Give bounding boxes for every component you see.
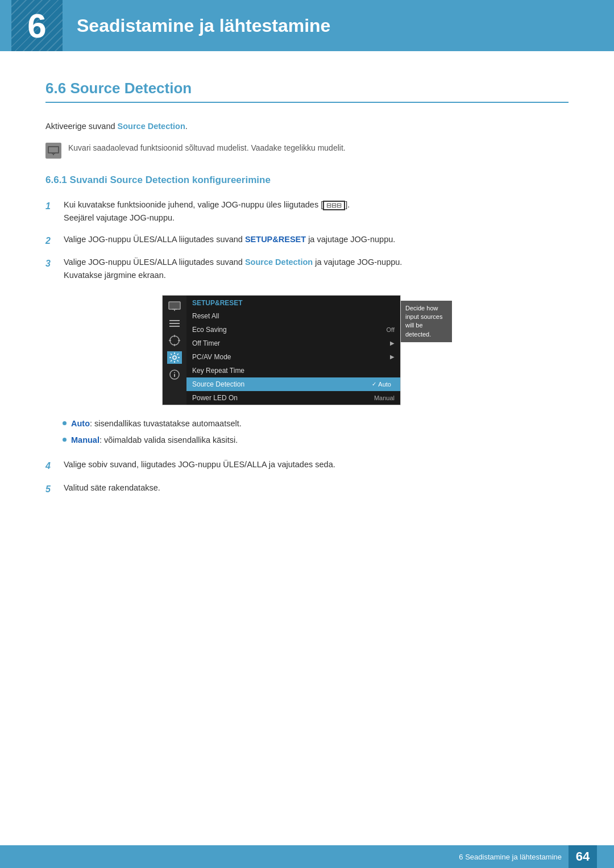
subsection-heading: Suvandi Source Detection konfigureerimin… — [70, 175, 271, 185]
auto-term: Auto — [71, 419, 90, 428]
step-2-number: 2 — [45, 234, 56, 248]
footer-page-number: 64 — [569, 845, 597, 868]
menu-item-key-repeat: Key Repeat Time — [186, 364, 400, 377]
svg-point-16 — [173, 356, 176, 359]
section-heading: Source Detection — [70, 80, 192, 97]
step-1-content: Kui kuvatakse funktsioonide juhend, vali… — [64, 198, 569, 225]
bullet-manual-text: Manual: võimaldab valida sisendallika kä… — [71, 434, 238, 447]
intro-paragraph: Aktiveerige suvand Source Detection. — [45, 120, 569, 133]
menu-item-pcav-mode: PC/AV Mode ▶ — [186, 350, 400, 364]
footer-chapter-ref: 6 Seadistamine ja lähtestamine — [459, 853, 562, 861]
menu-item-reset-all: Reset All — [186, 309, 400, 323]
chapter-number-box: 6 — [11, 0, 63, 51]
screenshot-row: SETUP&RESET Reset All Eco Saving Off Off… — [162, 295, 452, 405]
intro-bold-term: Source Detection — [118, 122, 185, 131]
page-footer: 6 Seadistamine ja lähtestamine 64 — [0, 845, 614, 868]
menu-item-off-timer: Off Timer ▶ — [186, 337, 400, 350]
subsection-number: 6.6.1 — [45, 175, 67, 185]
screenshot-wrapper: SETUP&RESET Reset All Eco Saving Off Off… — [45, 295, 569, 405]
chapter-number: 6 — [27, 6, 46, 45]
menu-item-power-led: Power LED On Manual — [186, 391, 400, 405]
note-box: Kuvari saadaolevad funktsioonid sõltuvad… — [45, 142, 569, 159]
subsection-title: 6.6.1 Suvandi Source Detection konfigure… — [45, 175, 569, 186]
menu-item-source-detection: Source Detection Auto — [186, 377, 400, 391]
svg-rect-1 — [49, 147, 58, 152]
bullet-auto: Auto: sisendallikas tuvastatakse automaa… — [63, 418, 569, 430]
chapter-title: Seadistamine ja lähtestamine — [77, 15, 330, 36]
page-header: 6 Seadistamine ja lähtestamine — [0, 0, 614, 51]
screenshot-menu-header: SETUP&RESET — [186, 296, 400, 309]
intro-text-after: . — [185, 122, 188, 131]
step-5-content: Valitud säte rakendatakse. — [64, 481, 569, 495]
bullet-auto-text: Auto: sisendallikas tuvastatakse automaa… — [71, 418, 242, 430]
main-content: 6.6 Source Detection Aktiveerige suvand … — [0, 51, 614, 553]
bullet-dot-manual — [63, 438, 67, 442]
bullet-dot-auto — [63, 421, 67, 425]
manual-term: Manual — [71, 435, 99, 445]
menu-item-eco-saving: Eco Saving Off — [186, 323, 400, 337]
step-5: 5 Valitud säte rakendatakse. — [45, 481, 569, 497]
jog-icon: ⊟⊟⊟ — [323, 201, 345, 210]
step-2-content: Valige JOG-nuppu ÜLES/ALLA liigutades su… — [64, 233, 569, 246]
auto-tag: Auto — [368, 380, 395, 388]
sidebar-icon-menu — [167, 317, 182, 330]
step-3: 3 Valige JOG-nuppu ÜLES/ALLA liigutades … — [45, 256, 569, 282]
step-1: 1 Kui kuvatakse funktsioonide juhend, va… — [45, 198, 569, 225]
step-1-number: 1 — [45, 199, 56, 214]
intro-text-before: Aktiveerige suvand — [45, 122, 118, 131]
section-number: 6.6 — [45, 80, 66, 97]
screenshot-container: SETUP&RESET Reset All Eco Saving Off Off… — [162, 295, 401, 405]
source-detection-term: Source Detection — [245, 258, 313, 267]
step-4: 4 Valige sobiv suvand, liigutades JOG-nu… — [45, 458, 569, 474]
svg-point-11 — [170, 336, 179, 345]
screenshot-menu-area: SETUP&RESET Reset All Eco Saving Off Off… — [186, 296, 400, 405]
bullet-manual: Manual: võimaldab valida sisendallika kä… — [63, 434, 569, 447]
step-3-number: 3 — [45, 256, 56, 271]
step-3-content: Valige JOG-nuppu ÜLES/ALLA liigutades su… — [64, 256, 569, 282]
note-icon — [45, 143, 61, 159]
section-title: 6.6 Source Detection — [45, 80, 569, 103]
step-4-number: 4 — [45, 459, 56, 474]
step-5-number: 5 — [45, 482, 56, 497]
step-4-content: Valige sobiv suvand, liigutades JOG-nupp… — [64, 458, 569, 471]
sidebar-icon-crosshair — [167, 334, 182, 347]
steps-list-cont: 4 Valige sobiv suvand, liigutades JOG-nu… — [45, 458, 569, 496]
sidebar-icon-monitor — [167, 300, 182, 313]
screenshot-menu-list: Reset All Eco Saving Off Off Timer ▶ — [186, 309, 400, 405]
svg-rect-5 — [169, 302, 180, 309]
note-text: Kuvari saadaolevad funktsioonid sõltuvad… — [68, 142, 346, 154]
screenshot-tooltip: Decide how input sources will be detecte… — [401, 301, 452, 343]
sidebar-icon-info — [167, 368, 182, 381]
step-2: 2 Valige JOG-nuppu ÜLES/ALLA liigutades … — [45, 233, 569, 248]
steps-list: 1 Kui kuvatakse funktsioonide juhend, va… — [45, 198, 569, 282]
svg-point-19 — [174, 372, 175, 373]
bullet-list: Auto: sisendallikas tuvastatakse automaa… — [63, 418, 569, 447]
screenshot-sidebar — [163, 296, 186, 405]
sidebar-icon-gear — [167, 351, 182, 364]
setup-reset-term: SETUP&RESET — [245, 235, 306, 244]
